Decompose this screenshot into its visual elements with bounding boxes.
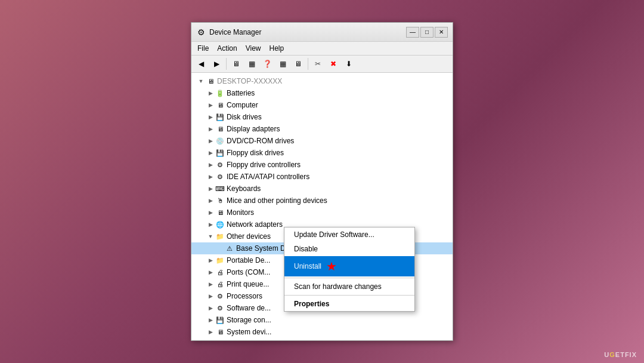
floppy-ctrl-icon: ⚙ <box>215 160 225 170</box>
print-icon: 🖨 <box>215 279 225 289</box>
expander: ▶ <box>206 208 215 217</box>
list-item[interactable]: ▶ 🖥 Monitors <box>191 207 453 219</box>
watermark: UGETFIX <box>604 351 637 358</box>
close-button[interactable]: ✕ <box>435 27 448 38</box>
tree-root[interactable]: ▼ 🖥 DESKTOP-XXXXXX <box>191 75 453 87</box>
scan-button[interactable]: ⬇ <box>342 57 356 70</box>
device-manager-window: ⚙ Device Manager — □ ✕ File Action View … <box>191 22 453 341</box>
item-label: Computer <box>227 101 258 109</box>
disk-icon: 💾 <box>215 112 225 122</box>
monitor-icon: 🖥 <box>215 208 225 217</box>
item-label: System devi... <box>227 328 271 336</box>
help-button[interactable]: ❓ <box>260 57 274 70</box>
list-item[interactable]: ▶ ⚙ Floppy drive controllers <box>191 159 453 171</box>
menu-bar: File Action View Help <box>191 42 453 56</box>
expander: ▶ <box>206 291 215 301</box>
menu-action[interactable]: Action <box>213 43 240 54</box>
item-label: Keyboards <box>227 184 261 193</box>
list-item[interactable]: ▶ 💿 DVD/CD-ROM drives <box>191 135 453 147</box>
back-button[interactable]: ◀ <box>194 57 208 70</box>
list-item[interactable]: ▶ 🖥 Display adapters <box>191 123 453 135</box>
list-item[interactable]: ▶ ⌨ Keyboards <box>191 183 453 195</box>
context-menu-properties[interactable]: Properties <box>284 297 414 311</box>
item-label: Software de... <box>227 304 271 312</box>
software-icon: ⚙ <box>215 303 225 313</box>
item-label: Display adapters <box>227 125 280 133</box>
resources-button[interactable]: ▦ <box>275 57 290 70</box>
ports-icon: 🖨 <box>215 267 225 277</box>
disable-button[interactable]: ✖ <box>326 57 340 70</box>
menu-help[interactable]: Help <box>266 43 288 54</box>
floppy-icon: 💾 <box>215 148 225 158</box>
dvd-icon: 💿 <box>215 136 225 146</box>
item-label: Batteries <box>227 89 255 97</box>
context-menu: Update Driver Software... Disable Uninst… <box>284 227 415 312</box>
other-devices-icon: 📁 <box>215 232 225 241</box>
list-item[interactable]: ▶ 🔋 Batteries <box>191 87 453 99</box>
context-menu-scan[interactable]: Scan for hardware changes <box>284 279 414 294</box>
list-item[interactable]: ▶ 🖥 System devi... <box>191 326 453 338</box>
window-title: Device Manager <box>209 28 261 36</box>
expander: ▼ <box>206 232 215 241</box>
expander: ▶ <box>206 160 215 170</box>
list-item[interactable]: ▶ 🖱 Mice and other pointing devices <box>191 195 453 207</box>
item-label: Network adapters <box>227 220 283 229</box>
expander: ▶ <box>206 279 215 289</box>
processors-icon: ⚙ <box>215 291 225 301</box>
system-icon: 🖥 <box>215 327 225 337</box>
item-label: Portable De... <box>227 256 270 264</box>
context-menu-sep-2 <box>284 295 414 296</box>
uninstall-button[interactable]: ✂ <box>311 57 325 70</box>
item-label: Floppy disk drives <box>227 149 284 157</box>
root-label: DESKTOP-XXXXXX <box>217 77 282 85</box>
properties-button[interactable]: ▦ <box>244 57 259 70</box>
item-label: Ports (COM... <box>227 268 270 276</box>
warning-icon: ⚠ <box>225 244 234 253</box>
menu-view[interactable]: View <box>242 43 265 54</box>
item-label: IDE ATA/ATAPI controllers <box>227 173 309 181</box>
expander: ▶ <box>206 196 215 205</box>
expander <box>215 244 225 253</box>
toolbar-sep-1 <box>226 58 227 70</box>
list-item[interactable]: ▶ 💾 Storage con... <box>191 314 453 326</box>
expander: ▶ <box>206 88 215 98</box>
context-menu-sep-1 <box>284 278 414 278</box>
item-label: Other devices <box>227 232 271 241</box>
keyboard-icon: ⌨ <box>215 184 225 193</box>
storage-icon: 💾 <box>215 315 225 325</box>
item-label: Mice and other pointing devices <box>227 196 327 205</box>
list-item[interactable]: ▶ 💾 Floppy disk drives <box>191 147 453 159</box>
update-driver-button[interactable]: 🖥 <box>291 57 305 70</box>
expander: ▶ <box>206 256 215 265</box>
root-icon: 🖥 <box>206 76 215 86</box>
list-item[interactable]: ▶ 💾 Disk drives <box>191 111 453 123</box>
expander: ▶ <box>206 148 215 158</box>
menu-file[interactable]: File <box>194 43 212 54</box>
context-menu-disable[interactable]: Disable <box>284 242 414 256</box>
content-area: ▼ 🖥 DESKTOP-XXXXXX ▶ 🔋 Batteries ▶ 🖥 Com… <box>191 73 453 340</box>
expander: ▶ <box>206 303 215 313</box>
item-label: Monitors <box>227 208 254 217</box>
mouse-icon: 🖱 <box>215 196 225 205</box>
context-menu-uninstall[interactable]: Uninstall ★ <box>284 256 414 276</box>
root-expander: ▼ <box>196 76 206 86</box>
expander: ▶ <box>206 327 215 337</box>
list-item[interactable]: ▶ ⚙ IDE ATA/ATAPI controllers <box>191 171 453 183</box>
item-label: DVD/CD-ROM drives <box>227 137 294 145</box>
minimize-button[interactable]: — <box>406 27 419 38</box>
list-item[interactable]: ▶ 🖥 Computer <box>191 99 453 111</box>
expander: ▶ <box>206 112 215 122</box>
expander: ▶ <box>206 184 215 193</box>
title-bar: ⚙ Device Manager — □ ✕ <box>191 23 453 42</box>
expander: ▶ <box>206 124 215 134</box>
maximize-button[interactable]: □ <box>420 27 434 38</box>
expander: ▶ <box>206 220 215 229</box>
display-icon: 🖥 <box>215 124 225 134</box>
watermark-highlight: G <box>609 351 615 358</box>
forward-button[interactable]: ▶ <box>209 57 224 70</box>
ide-icon: ⚙ <box>215 172 225 182</box>
toolbar-sep-2 <box>308 58 308 70</box>
expander: ▶ <box>206 172 215 182</box>
computer-button[interactable]: 🖥 <box>229 57 243 70</box>
context-menu-update-driver[interactable]: Update Driver Software... <box>284 227 414 242</box>
